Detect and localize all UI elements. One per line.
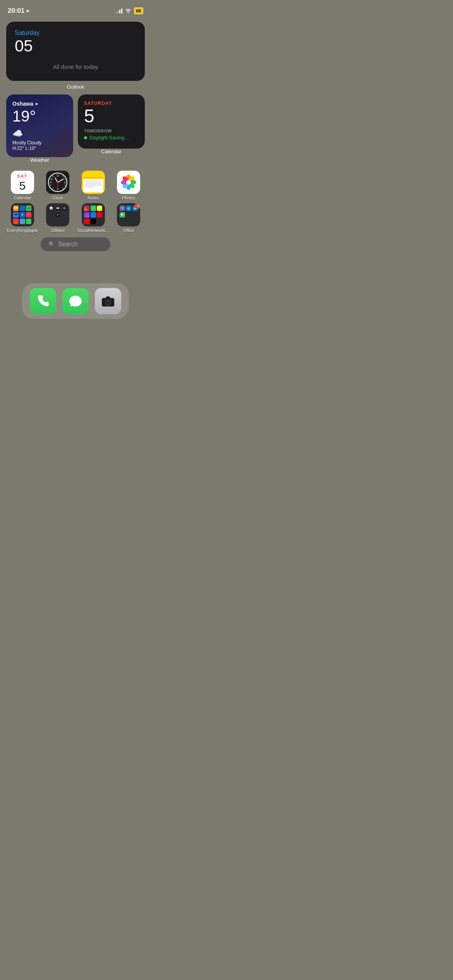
app-row-1: SAT 5 Calendar 12 3 6 9 1 11 2 4 5 7	[6, 171, 145, 200]
cal-icon-header: SAT	[11, 173, 34, 179]
office-mini-4: 💬	[120, 212, 125, 218]
weather-high: H:22°	[12, 146, 24, 151]
dock-item-camera[interactable]	[95, 288, 121, 314]
messages-app-icon[interactable]	[62, 288, 89, 314]
outlook-message: All done for today	[15, 60, 136, 73]
social-mini-5	[91, 212, 96, 218]
status-bar: 20:01 ➤ 69	[0, 0, 151, 19]
social-mini-2	[91, 206, 96, 211]
weather-condition: Mostly Cloudy	[12, 140, 67, 146]
folder-mini-4: 🗺	[13, 212, 19, 218]
cal-event-dot	[84, 136, 87, 139]
folder-mini-1	[13, 206, 19, 211]
app-item-clock[interactable]: 12 3 6 9 1 11 2 4 5 7 8 10	[42, 171, 74, 200]
dock-item-messages[interactable]	[62, 288, 89, 314]
social-mini-7	[84, 219, 89, 224]
search-icon: 🔍	[48, 241, 55, 247]
clock-app-label: Clock	[52, 195, 63, 200]
folder-mini-6: ❤️	[26, 212, 31, 218]
office-badge: 1	[135, 203, 140, 209]
calendar-widget[interactable]: SATURDAY 5 TOMORROW Daylight Saving...	[78, 94, 145, 149]
util-mini-3: ⊞	[62, 206, 67, 211]
widget-row: Oshawa ➤ 19° ☁️ Mostly Cloudy H:22° L:10…	[6, 94, 145, 168]
wifi-icon	[125, 8, 132, 14]
svg-point-14	[110, 299, 111, 300]
cal-event: Daylight Saving...	[84, 135, 139, 140]
office-mini-2: O	[126, 206, 131, 211]
office-folder-icon[interactable]: 1 T O in 💬	[117, 203, 140, 226]
signal-bar-3	[119, 10, 120, 14]
weather-location-arrow: ➤	[35, 102, 38, 106]
home-content: Saturday 05 All done for today Outlook O…	[0, 19, 151, 251]
clock-center-dot	[57, 182, 58, 183]
folder-mini-7	[13, 219, 19, 224]
calendar-app-icon[interactable]: SAT 5	[11, 171, 34, 194]
everything-apple-label: EverythingApple	[7, 228, 38, 233]
notes-app-icon[interactable]	[82, 171, 105, 194]
social-mini-8	[91, 219, 96, 224]
time-display: 20:01	[8, 7, 24, 15]
weather-low: L:10°	[26, 146, 36, 151]
photos-app-icon[interactable]	[117, 171, 140, 194]
status-right: 69	[115, 7, 143, 14]
utilities-folder-icon[interactable]: 📊 ⌨️ ⊞ #	[46, 203, 69, 226]
dock	[22, 283, 129, 319]
cal-day-label: SATURDAY	[84, 101, 139, 106]
dock-item-phone[interactable]	[30, 288, 56, 314]
app-item-social[interactable]: SocialNetworki...	[77, 203, 110, 233]
social-mini-4	[84, 212, 89, 218]
util-mini-1: 📊	[49, 206, 54, 211]
outlook-date: 05	[15, 38, 136, 54]
util-mini-4	[49, 212, 54, 218]
camera-icon-svg	[101, 294, 115, 308]
cal-event-name: Daylight Saving...	[89, 135, 129, 140]
weather-hl: H:22° L:10°	[12, 146, 67, 151]
social-folder-icon[interactable]	[82, 203, 105, 226]
app-item-utilities[interactable]: 📊 ⌨️ ⊞ # Utilities	[42, 203, 74, 233]
camera-app-icon[interactable]	[95, 288, 121, 314]
signal-bars	[115, 8, 122, 14]
clock-min-hand	[58, 178, 64, 182]
weather-cloud-icon: ☁️	[12, 128, 67, 139]
messages-icon-svg	[69, 294, 82, 308]
app-item-office[interactable]: 1 T O in 💬 Office	[113, 203, 145, 233]
status-time: 20:01 ➤	[8, 7, 29, 15]
phone-app-icon[interactable]	[30, 288, 56, 314]
battery-indicator: 69	[134, 7, 143, 14]
util-mini-5: #	[55, 212, 60, 218]
battery-level: 69	[136, 9, 141, 13]
phone-icon-svg	[36, 295, 50, 308]
office-label: Office	[123, 228, 134, 233]
folder-mini-3: 📹	[26, 206, 31, 211]
calendar-app-label: Calendar	[14, 195, 31, 200]
folder-mini-9	[26, 219, 31, 224]
social-mini-6	[97, 212, 102, 218]
clock-app-icon[interactable]: 12 3 6 9 1 11 2 4 5 7 8 10	[46, 171, 69, 194]
search-bar[interactable]: 🔍 Search	[41, 237, 110, 251]
weather-temp: 19°	[12, 108, 67, 124]
app-item-everything-apple[interactable]: 📹 🗺 A ❤️ EverythingApple	[6, 203, 39, 233]
folder-mini-2	[20, 206, 25, 211]
folder-mini-8	[20, 219, 25, 224]
app-item-notes[interactable]: Notes	[77, 171, 110, 200]
weather-widget[interactable]: Oshawa ➤ 19° ☁️ Mostly Cloudy H:22° L:10…	[6, 94, 73, 157]
calendar-widget-label: Calendar	[78, 149, 145, 154]
everything-apple-folder-icon[interactable]: 📹 🗺 A ❤️	[11, 203, 34, 226]
app-row-2: 📹 🗺 A ❤️ EverythingApple	[6, 203, 145, 233]
outlook-widget-label: Outlook	[6, 84, 145, 90]
svg-point-8	[126, 180, 131, 185]
signal-bar-4	[121, 9, 122, 14]
folder-mini-5: A	[20, 212, 25, 218]
weather-widget-container: Oshawa ➤ 19° ☁️ Mostly Cloudy H:22° L:10…	[6, 94, 73, 168]
app-item-calendar[interactable]: SAT 5 Calendar	[6, 171, 39, 200]
outlook-widget[interactable]: Saturday 05 All done for today	[6, 22, 145, 81]
search-label: Search	[58, 241, 78, 248]
calendar-widget-container: SATURDAY 5 TOMORROW Daylight Saving... C…	[78, 94, 145, 168]
outlook-day: Saturday	[15, 29, 136, 36]
weather-location: Oshawa ➤	[12, 101, 67, 107]
svg-point-15	[108, 301, 109, 302]
util-mini-6	[62, 212, 67, 218]
util-mini-2: ⌨️	[55, 206, 60, 211]
app-item-photos[interactable]: Photos	[113, 171, 145, 200]
office-mini-1: T	[120, 206, 125, 211]
